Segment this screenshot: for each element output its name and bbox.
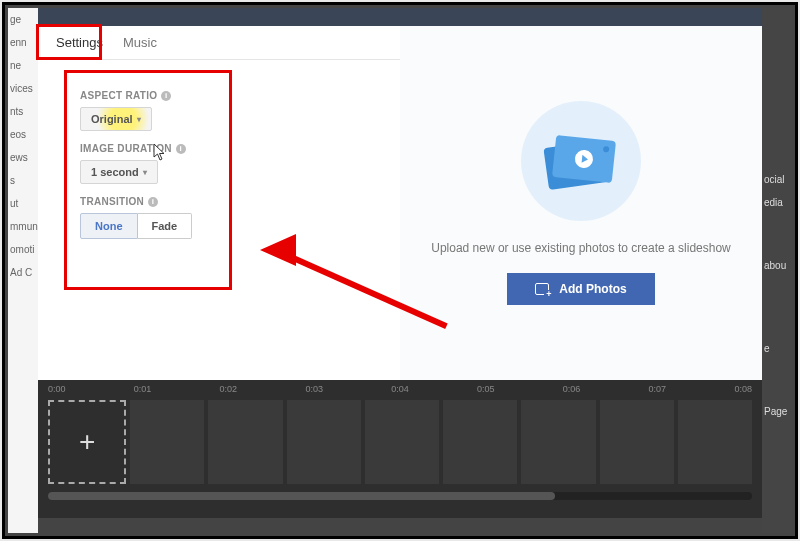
background-left-strip: ge enn ne vices nts eos ews s ut mmun om… [8, 8, 38, 533]
timeline-slot[interactable] [365, 400, 439, 484]
bg-text: nts [8, 100, 38, 123]
image-duration-label: IMAGE DURATION i [80, 143, 216, 154]
settings-pane: Settings Music ASPECT RATIO i Original ▾… [38, 26, 400, 380]
upload-pane: Upload new or use existing photos to cre… [400, 26, 762, 380]
bg-text: ocial [762, 168, 792, 191]
tutorial-frame: Help ge enn ne vices nts eos ews s ut mm… [2, 2, 798, 539]
tick: 0:00 [48, 384, 66, 394]
bg-text: ge [8, 8, 38, 31]
add-photo-icon [535, 283, 549, 295]
tick: 0:05 [477, 384, 495, 394]
button-label: Add Photos [559, 282, 626, 296]
label-text: TRANSITION [80, 196, 144, 207]
transition-segmented: None Fade [80, 213, 216, 239]
add-photos-button[interactable]: Add Photos [507, 273, 654, 305]
timeline-scrollbar[interactable] [48, 492, 752, 500]
upload-instructions: Upload new or use existing photos to cre… [401, 239, 761, 257]
timeline-slot[interactable] [521, 400, 595, 484]
chevron-down-icon: ▾ [143, 168, 147, 177]
bg-text: ews [8, 146, 38, 169]
tick: 0:03 [305, 384, 323, 394]
aspect-ratio-label: ASPECT RATIO i [80, 90, 216, 101]
slideshow-controls: ASPECT RATIO i Original ▾ IMAGE DURATION… [68, 76, 228, 255]
app-topbar: Help [8, 8, 792, 26]
editor-tabs: Settings Music [38, 26, 400, 60]
bg-text: e [762, 337, 792, 360]
aspect-ratio-select[interactable]: Original ▾ [80, 107, 152, 131]
timeline-slot[interactable] [443, 400, 517, 484]
bg-text: ut [8, 192, 38, 215]
bg-text: ne [8, 54, 38, 77]
timeline-slot[interactable] [600, 400, 674, 484]
tick: 0:04 [391, 384, 409, 394]
timeline-slot[interactable] [130, 400, 204, 484]
timeline-slot[interactable] [208, 400, 282, 484]
slideshow-timeline: 0:00 0:01 0:02 0:03 0:04 0:05 0:06 0:07 … [38, 380, 762, 518]
tick: 0:01 [134, 384, 152, 394]
transition-label: TRANSITION i [80, 196, 216, 207]
tick: 0:02 [220, 384, 238, 394]
bg-text: abou [762, 254, 792, 277]
bg-text: edia [762, 191, 792, 214]
select-value: 1 second [91, 166, 139, 178]
select-value: Original [91, 113, 133, 125]
play-icon [574, 149, 594, 169]
bg-text: Ad C [8, 261, 38, 284]
chevron-down-icon: ▾ [137, 115, 141, 124]
bg-text: eos [8, 123, 38, 146]
timeline-thumbnails: + [38, 396, 762, 488]
info-icon[interactable]: i [176, 144, 186, 154]
background-right-strip: ocial edia abou e Page [762, 8, 792, 533]
photo-stack-icon [546, 134, 616, 188]
bg-text: enn [8, 31, 38, 54]
tick: 0:07 [649, 384, 667, 394]
tick: 0:06 [563, 384, 581, 394]
bg-text: mmun [8, 215, 38, 238]
bg-text: Page [762, 400, 792, 423]
add-slide-button[interactable]: + [48, 400, 126, 484]
bg-text: omoti [8, 238, 38, 261]
image-duration-select[interactable]: 1 second ▾ [80, 160, 158, 184]
timeline-ticks: 0:00 0:01 0:02 0:03 0:04 0:05 0:06 0:07 … [38, 380, 762, 396]
label-text: IMAGE DURATION [80, 143, 172, 154]
tab-settings[interactable]: Settings [46, 27, 113, 58]
timeline-slot[interactable] [678, 400, 752, 484]
bg-text: s [8, 169, 38, 192]
scrollbar-thumb[interactable] [48, 492, 555, 500]
tick: 0:08 [734, 384, 752, 394]
bg-text: vices [8, 77, 38, 100]
transition-fade-button[interactable]: Fade [138, 213, 193, 239]
upload-illustration [521, 101, 641, 221]
label-text: ASPECT RATIO [80, 90, 157, 101]
info-icon[interactable]: i [161, 91, 171, 101]
slideshow-editor-panel: Settings Music ASPECT RATIO i Original ▾… [38, 26, 762, 380]
timeline-slot[interactable] [287, 400, 361, 484]
info-icon[interactable]: i [148, 197, 158, 207]
tab-music[interactable]: Music [113, 27, 167, 58]
transition-none-button[interactable]: None [80, 213, 138, 239]
